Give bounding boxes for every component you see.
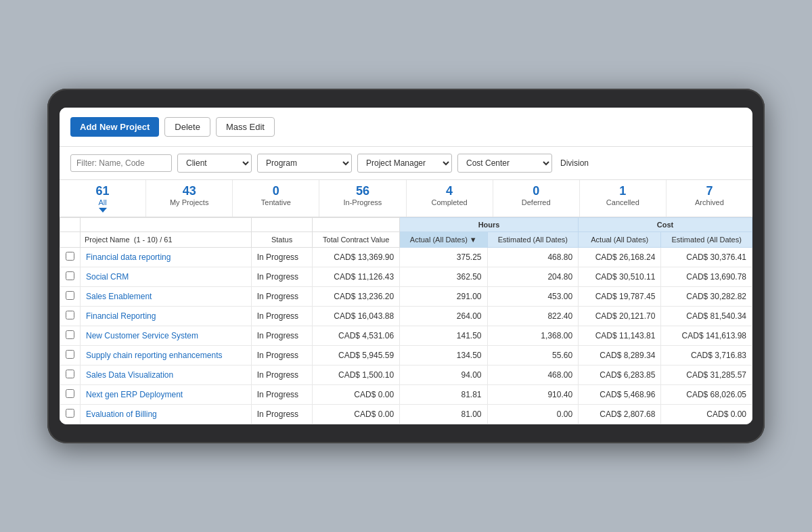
add-new-project-button[interactable]: Add New Project <box>70 117 159 137</box>
row-contract-value: CAD$ 11,126.43 <box>313 267 400 287</box>
row-contract-value: CAD$ 4,531.06 <box>313 326 400 346</box>
row-status: In Progress <box>251 287 313 307</box>
program-filter[interactable]: Program <box>257 154 352 173</box>
filter-name-code-input[interactable] <box>70 154 172 172</box>
projects-table-container: Hours Cost Project Name (1 - 10) / 61 St… <box>60 217 752 424</box>
row-status: In Progress <box>251 267 313 287</box>
row-cost-actual: CAD$ 20,121.70 <box>579 307 661 326</box>
stat-label: Tentative <box>235 198 316 206</box>
row-hours-actual: 264.00 <box>400 307 487 326</box>
row-hours-actual: 141.50 <box>400 326 487 346</box>
stat-item-deferred[interactable]: 0 Deferred <box>493 180 580 217</box>
stat-item-completed[interactable]: 4 Completed <box>407 180 493 217</box>
project-name-link[interactable]: Sales Data Visualization <box>86 370 173 380</box>
row-hours-estimated: 910.40 <box>487 385 579 405</box>
row-checkbox-cell <box>60 326 81 346</box>
row-checkbox-cell <box>60 365 81 385</box>
division-filter-label: Division <box>558 158 605 168</box>
stat-number: 0 <box>235 184 316 198</box>
delete-button[interactable]: Delete <box>164 117 210 137</box>
stat-item-my-projects[interactable]: 43 My Projects <box>146 180 233 217</box>
row-hours-estimated: 468.80 <box>487 248 579 267</box>
table-row: Supply chain reporting enhancements In P… <box>60 346 752 365</box>
row-checkbox[interactable] <box>66 311 74 319</box>
table-group-header-row: Hours Cost <box>60 218 752 232</box>
col-header-contract-value: Total Contract Value <box>313 232 400 248</box>
row-contract-value: CAD$ 16,043.88 <box>313 307 400 326</box>
project-name-link[interactable]: Evaluation of Billing <box>86 409 157 419</box>
col-header-hours-estimated: Estimated (All Dates) <box>487 232 579 248</box>
group-header-cost: Cost <box>579 218 752 232</box>
row-checkbox-cell <box>60 346 81 365</box>
row-status: In Progress <box>251 307 313 326</box>
row-project-name: Evaluation of Billing <box>81 405 252 424</box>
cost-center-filter[interactable]: Cost Center <box>457 154 552 173</box>
row-checkbox[interactable] <box>66 389 74 398</box>
col-header-project-name[interactable]: Project Name (1 - 10) / 61 <box>81 232 252 248</box>
group-header-name <box>81 218 252 232</box>
row-checkbox[interactable] <box>66 370 74 378</box>
row-cost-estimated: CAD$ 30,282.82 <box>661 287 752 307</box>
table-body: Financial data reporting In Progress CAD… <box>60 248 752 424</box>
client-filter[interactable]: Client <box>177 154 252 173</box>
row-checkbox[interactable] <box>66 330 74 339</box>
row-contract-value: CAD$ 0.00 <box>313 385 400 405</box>
row-hours-actual: 134.50 <box>400 346 487 365</box>
col-header-hours-actual[interactable]: Actual (All Dates) ▼ <box>400 232 487 248</box>
group-header-status <box>251 218 313 232</box>
row-cost-actual: CAD$ 26,168.24 <box>579 248 661 267</box>
row-contract-value: CAD$ 0.00 <box>313 405 400 424</box>
project-name-link[interactable]: Sales Enablement <box>86 292 152 301</box>
mass-edit-button[interactable]: Mass Edit <box>216 117 275 137</box>
row-project-name: Sales Data Visualization <box>81 365 252 385</box>
project-name-link[interactable]: Financial data reporting <box>86 252 171 262</box>
row-cost-actual: CAD$ 30,510.11 <box>579 267 661 287</box>
screen: Add New Project Delete Mass Edit Client … <box>60 108 752 424</box>
project-name-link[interactable]: Social CRM <box>86 272 129 282</box>
table-row: Evaluation of Billing In Progress CAD$ 0… <box>60 405 752 424</box>
project-name-link[interactable]: New Customer Service System <box>86 331 198 340</box>
row-checkbox[interactable] <box>66 271 74 280</box>
row-status: In Progress <box>251 385 313 405</box>
col-header-checkbox <box>60 232 81 248</box>
row-hours-actual: 81.00 <box>400 405 487 424</box>
row-checkbox-cell <box>60 385 81 405</box>
row-checkbox[interactable] <box>66 291 74 300</box>
stat-item-cancelled[interactable]: 1 Cancelled <box>580 180 667 217</box>
row-status: In Progress <box>251 248 313 267</box>
table-col-header-row: Project Name (1 - 10) / 61 Status Total … <box>60 232 752 248</box>
stat-item-tentative[interactable]: 0 Tentative <box>233 180 319 217</box>
stat-number: 61 <box>62 184 143 198</box>
project-name-link[interactable]: Financial Reporting <box>86 311 156 321</box>
group-header-checkbox <box>60 218 81 232</box>
row-cost-estimated: CAD$ 3,716.83 <box>661 346 752 365</box>
row-cost-estimated: CAD$ 13,690.78 <box>661 267 752 287</box>
row-cost-actual: CAD$ 19,787.45 <box>579 287 661 307</box>
stat-label: My Projects <box>149 198 229 206</box>
stat-label: Deferred <box>496 198 577 206</box>
row-checkbox[interactable] <box>66 350 74 359</box>
project-manager-filter[interactable]: Project Manager <box>357 154 452 173</box>
table-row: Financial data reporting In Progress CAD… <box>60 248 752 267</box>
row-checkbox-cell <box>60 248 81 267</box>
row-project-name: Supply chain reporting enhancements <box>81 346 252 365</box>
row-hours-estimated: 1,368.00 <box>487 326 579 346</box>
stat-number: 7 <box>669 184 750 198</box>
stat-item-all[interactable]: 61 All <box>60 180 146 217</box>
row-hours-estimated: 453.00 <box>487 287 579 307</box>
row-status: In Progress <box>251 405 313 424</box>
project-name-link[interactable]: Next gen ERP Deployment <box>86 390 183 399</box>
stat-number: 43 <box>149 184 229 198</box>
table-row: Financial Reporting In Progress CAD$ 16,… <box>60 307 752 326</box>
stat-item-archived[interactable]: 7 Archived <box>667 180 752 217</box>
stat-item-in-progress[interactable]: 56 In-Progress <box>319 180 406 217</box>
row-checkbox[interactable] <box>66 409 74 418</box>
project-name-link[interactable]: Supply chain reporting enhancements <box>86 351 222 360</box>
table-row: Sales Enablement In Progress CAD$ 13,236… <box>60 287 752 307</box>
projects-table: Hours Cost Project Name (1 - 10) / 61 St… <box>60 217 752 424</box>
table-row: Sales Data Visualization In Progress CAD… <box>60 365 752 385</box>
table-row: Next gen ERP Deployment In Progress CAD$… <box>60 385 752 405</box>
row-checkbox[interactable] <box>66 252 74 261</box>
row-hours-estimated: 55.60 <box>487 346 579 365</box>
sort-arrow-icon: ▼ <box>470 236 477 244</box>
